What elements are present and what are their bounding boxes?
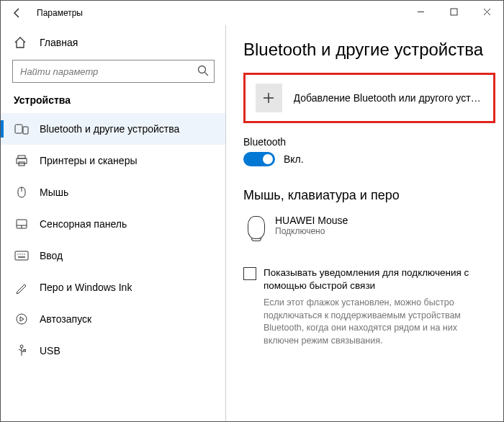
- sidebar: Главная Устройства Bluetooth и другие ус…: [1, 25, 226, 421]
- svg-rect-5: [23, 127, 28, 134]
- autoplay-icon: [14, 313, 30, 326]
- printer-icon: [14, 154, 30, 167]
- bluetooth-toggle-state: Вкл.: [284, 153, 304, 165]
- home-label: Главная: [40, 37, 78, 48]
- svg-point-18: [24, 253, 24, 254]
- search-box[interactable]: [12, 60, 215, 83]
- home-icon: [14, 36, 30, 49]
- svg-point-16: [19, 253, 20, 254]
- titlebar: Параметры: [1, 1, 503, 25]
- device-status: Подключено: [275, 226, 348, 236]
- back-button[interactable]: [8, 4, 27, 22]
- sidebar-item-label: Автозапуск: [40, 313, 91, 325]
- sidebar-item-touchpad[interactable]: Сенсорная панель: [1, 208, 226, 240]
- add-device-button[interactable]: Добавление Bluetooth или другого устройс…: [243, 73, 495, 123]
- sidebar-item-label: USB: [40, 345, 60, 356]
- svg-point-15: [17, 253, 18, 254]
- sidebar-item-label: Мышь: [40, 187, 68, 198]
- svg-rect-6: [18, 156, 25, 158]
- svg-rect-1: [451, 9, 457, 15]
- mouse-device-icon: [248, 216, 265, 239]
- add-device-label: Добавление Bluetooth или другого устройс…: [294, 92, 483, 104]
- bluetooth-toggle[interactable]: [243, 152, 275, 166]
- sidebar-item-label: Сенсорная панель: [40, 218, 127, 230]
- svg-line-3: [205, 73, 209, 76]
- svg-point-20: [17, 314, 27, 324]
- search-icon: [197, 65, 209, 76]
- minimize-button[interactable]: [404, 1, 437, 22]
- svg-rect-23: [24, 350, 26, 352]
- plus-icon: [256, 84, 282, 112]
- svg-rect-7: [17, 158, 27, 163]
- bluetooth-devices-icon: [14, 122, 30, 135]
- swift-pair-checkbox[interactable]: [243, 267, 256, 280]
- mouse-icon: [14, 186, 30, 199]
- svg-point-2: [199, 66, 206, 73]
- device-item[interactable]: HUAWEI Mouse Подключено: [243, 212, 503, 253]
- page-title: Bluetooth и другие устройства: [243, 40, 503, 60]
- sidebar-item-pen[interactable]: Перо и Windows Ink: [1, 271, 226, 303]
- close-button[interactable]: [470, 1, 503, 22]
- svg-point-21: [20, 345, 23, 348]
- sidebar-item-label: Bluetooth и другие устройства: [40, 123, 179, 135]
- sidebar-item-label: Принтеры и сканеры: [40, 155, 137, 166]
- window-title: Параметры: [37, 8, 83, 18]
- search-input[interactable]: [12, 60, 215, 83]
- settings-window: Параметры Главная Устройства: [0, 0, 504, 422]
- device-name: HUAWEI Mouse: [275, 215, 348, 226]
- sidebar-item-typing[interactable]: Ввод: [1, 240, 226, 271]
- swift-pair-checkbox-label: Показывать уведомления для подключения с…: [264, 266, 489, 292]
- sidebar-item-autoplay[interactable]: Автозапуск: [1, 303, 226, 335]
- sidebar-item-printers[interactable]: Принтеры и сканеры: [1, 145, 226, 176]
- touchpad-icon: [14, 218, 30, 230]
- sidebar-item-label: Перо и Windows Ink: [40, 282, 132, 293]
- sidebar-item-bluetooth-devices[interactable]: Bluetooth и другие устройства: [1, 113, 226, 145]
- bluetooth-section-label: Bluetooth: [243, 136, 503, 148]
- maximize-button[interactable]: [437, 1, 470, 22]
- content-pane: Bluetooth и другие устройства Добавление…: [226, 25, 503, 421]
- home-link[interactable]: Главная: [1, 28, 226, 57]
- svg-rect-4: [15, 125, 22, 133]
- sidebar-item-usb[interactable]: USB: [1, 335, 226, 367]
- sidebar-item-mouse[interactable]: Мышь: [1, 176, 226, 208]
- sidebar-item-label: Ввод: [40, 250, 63, 261]
- svg-rect-14: [15, 251, 28, 260]
- swift-pair-description: Если этот флажок установлен, можно быстр…: [243, 297, 503, 347]
- section-mouse-keyboard-pen: Мышь, клавиатура и перо: [243, 188, 503, 203]
- sidebar-category: Устройства: [1, 90, 226, 113]
- svg-point-17: [22, 253, 22, 254]
- keyboard-icon: [14, 251, 30, 261]
- usb-icon: [14, 344, 30, 357]
- pen-icon: [14, 281, 30, 294]
